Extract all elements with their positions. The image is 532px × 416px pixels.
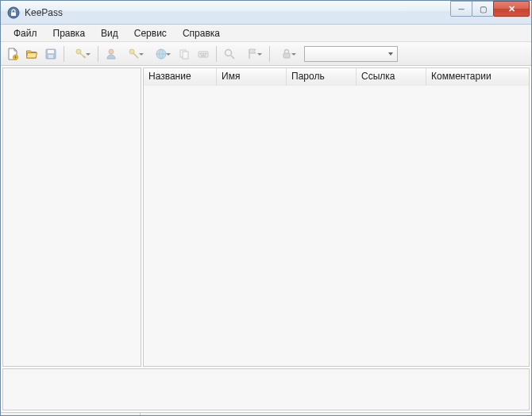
new-file-icon [6, 48, 19, 60]
svg-rect-18 [283, 53, 290, 58]
new-db-button[interactable] [4, 45, 21, 63]
minimize-button[interactable]: ─ [450, 1, 472, 17]
toolbar-separator [216, 46, 217, 62]
menu-edit[interactable]: Правка [45, 26, 94, 40]
folder-open-icon [25, 48, 38, 60]
copy-password-button[interactable] [121, 45, 147, 63]
menubar: Файл Правка Вид Сервис Справка [1, 25, 531, 42]
app-lock-icon [7, 6, 20, 19]
entry-list[interactable]: Название Имя Пароль Ссылка Комментарии [143, 67, 530, 367]
svg-rect-4 [48, 50, 54, 53]
list-header: Название Имя Пароль Ссылка Комментарии [144, 68, 529, 86]
flag-icon [246, 48, 259, 60]
copy-user-button[interactable] [102, 45, 120, 63]
svg-rect-13 [200, 53, 202, 55]
group-tree[interactable] [2, 67, 141, 367]
lock-button[interactable] [274, 45, 299, 63]
window-title: KeePass [25, 7, 451, 18]
add-entry-button[interactable] [68, 45, 94, 63]
svg-rect-15 [205, 53, 206, 55]
titlebar: KeePass ─ ▢ ✕ [1, 1, 531, 25]
save-icon [44, 48, 57, 60]
menu-help[interactable]: Справка [175, 26, 228, 40]
column-notes[interactable]: Комментарии [426, 68, 529, 86]
search-icon [223, 48, 236, 60]
status-selection: 0 из 0 выбрано [1, 413, 141, 416]
minimize-icon: ─ [458, 5, 464, 13]
toolbar [1, 42, 531, 66]
status-ready: Готов. [141, 413, 531, 416]
svg-rect-1 [11, 12, 16, 16]
close-button[interactable]: ✕ [493, 1, 530, 17]
column-url[interactable]: Ссылка [357, 68, 426, 86]
show-entries-button[interactable] [240, 45, 265, 63]
toolbar-separator [64, 46, 64, 62]
user-icon [105, 48, 118, 60]
autotype-button[interactable] [195, 45, 212, 63]
svg-rect-14 [202, 53, 204, 55]
find-button[interactable] [221, 45, 238, 63]
details-panel[interactable] [2, 368, 530, 410]
toolbar-separator [269, 46, 270, 62]
column-title[interactable]: Название [144, 68, 217, 86]
svg-point-17 [226, 49, 232, 56]
statusbar: 0 из 0 выбрано Готов. [1, 412, 531, 416]
menu-view[interactable]: Вид [93, 26, 126, 40]
svg-point-7 [109, 49, 114, 54]
keyboard-icon [197, 48, 210, 60]
quick-search-combo[interactable] [304, 46, 398, 62]
close-icon: ✕ [508, 4, 515, 14]
column-password[interactable]: Пароль [287, 68, 357, 86]
copy-entry-button[interactable] [175, 45, 193, 63]
menu-tools[interactable]: Сервис [126, 26, 175, 40]
menu-file[interactable]: Файл [6, 26, 45, 40]
column-username[interactable]: Имя [217, 68, 287, 86]
open-url-button[interactable] [148, 45, 174, 63]
open-db-button[interactable] [23, 45, 40, 63]
key-add-icon [75, 48, 87, 60]
svg-rect-5 [48, 55, 53, 58]
main-area: Название Имя Пароль Ссылка Комментарии [1, 66, 531, 368]
lock-icon [280, 48, 293, 60]
key-icon [128, 48, 141, 60]
svg-rect-16 [201, 55, 206, 56]
toolbar-separator [98, 46, 98, 62]
list-body[interactable] [144, 86, 529, 366]
save-db-button[interactable] [42, 45, 60, 63]
maximize-button[interactable]: ▢ [472, 1, 494, 17]
window-controls: ─ ▢ ✕ [451, 1, 530, 17]
globe-icon [155, 48, 168, 60]
svg-rect-11 [183, 52, 188, 59]
maximize-icon: ▢ [480, 5, 487, 13]
copy-icon [178, 48, 191, 60]
